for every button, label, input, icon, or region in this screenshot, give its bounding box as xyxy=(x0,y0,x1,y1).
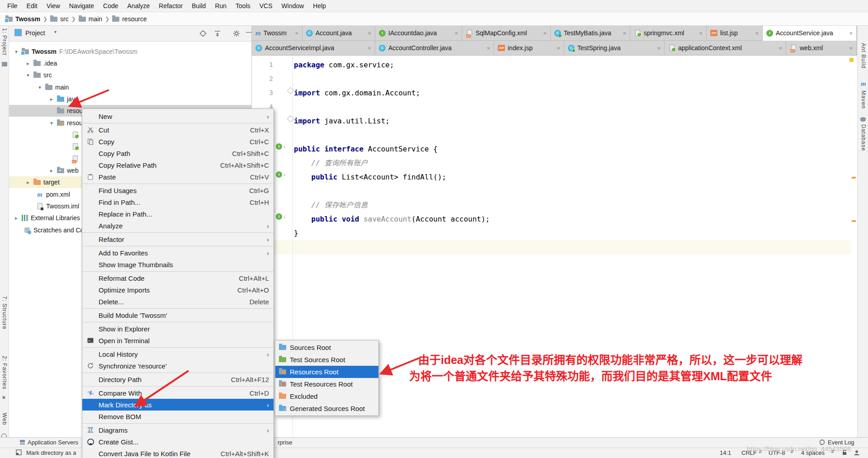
implemented-marker-icon[interactable]: I xyxy=(276,143,282,150)
close-icon[interactable]: × xyxy=(623,30,626,37)
menu-file[interactable]: File xyxy=(3,0,22,12)
caret-position-widget[interactable]: 14:1 xyxy=(720,449,731,456)
menu-tools[interactable]: Tools xyxy=(231,0,255,12)
menu-help[interactable]: Help xyxy=(308,0,330,12)
breadcrumb-src[interactable]: src xyxy=(60,15,69,23)
menu-item-new[interactable]: New› xyxy=(82,110,274,122)
close-icon[interactable]: × xyxy=(295,30,298,37)
toolwindow-ant-build-button[interactable]: Ant Build xyxy=(860,43,867,69)
close-icon[interactable]: × xyxy=(699,30,703,37)
menu-item-replace-in-path[interactable]: Replace in Path... xyxy=(82,208,274,220)
close-icon[interactable]: × xyxy=(368,30,371,37)
toolwindow-maven-button[interactable]: Maven xyxy=(860,90,867,109)
menu-view[interactable]: View xyxy=(42,0,65,12)
submenu-item-test-sources-root[interactable]: Test Sources Root xyxy=(275,354,378,366)
tree-row-main[interactable]: ▾ main xyxy=(9,81,251,93)
tab-accountserviceimpl-java[interactable]: CAccountServiceImpl.java× xyxy=(252,41,375,56)
close-icon[interactable]: × xyxy=(657,45,660,52)
database-icon[interactable] xyxy=(860,117,866,122)
submenu-item-generated-sources-root[interactable]: Generated Sources Root xyxy=(275,402,378,415)
application-servers-button[interactable]: Application Servers xyxy=(19,439,78,446)
toolbutton-fragment[interactable]: rprise xyxy=(278,439,292,446)
menu-refactor[interactable]: Refactor xyxy=(154,0,187,12)
menu-item-build-module[interactable]: Build Module 'Twossm' xyxy=(82,309,274,321)
tree-row-java[interactable]: ▸ java xyxy=(9,93,251,105)
tab-accountservice-java-active[interactable]: IAccountService.java× xyxy=(763,26,857,41)
chevron-collapsed-icon[interactable]: ▸ xyxy=(49,96,54,102)
submenu-item-sources-root[interactable]: Sources Root xyxy=(275,341,378,354)
toolwindow-web-button[interactable]: Web xyxy=(1,413,8,425)
close-icon[interactable]: × xyxy=(755,30,759,37)
menu-item-show-image-thumbnails[interactable]: Show Image Thumbnails xyxy=(82,259,274,270)
toolwindow-project-button[interactable]: 1: Project xyxy=(1,28,8,56)
menu-item-directory-path[interactable]: Directory PathCtrl+Alt+F12 xyxy=(82,373,274,385)
breadcrumb-project[interactable]: Twossm xyxy=(15,15,40,23)
menu-item-diagrams[interactable]: Diagrams› xyxy=(82,424,274,436)
menu-item-find-usages[interactable]: Find UsagesCtrl+G xyxy=(82,184,274,196)
chevron-collapsed-icon[interactable]: ▸ xyxy=(14,215,19,221)
menu-item-mark-directory-as[interactable]: Mark Directory as› xyxy=(82,399,274,411)
chevron-expanded-icon[interactable]: ▾ xyxy=(14,49,19,55)
settings-gear-icon[interactable] xyxy=(231,28,241,38)
tab-list-jsp[interactable]: JSPlist.jsp× xyxy=(707,26,763,41)
menu-item-find-in-path[interactable]: Find in Path...Ctrl+H xyxy=(82,196,274,208)
chevron-expanded-icon[interactable]: ▾ xyxy=(49,120,54,126)
tab-sqlmapconfig-xml[interactable]: SqlMapConfig.xml× xyxy=(462,26,551,41)
menu-item-analyze[interactable]: Analyze› xyxy=(82,220,274,231)
tab-springmvc-xml[interactable]: springmvc.xml× xyxy=(630,26,707,41)
menu-item-copy[interactable]: CopyCtrl+C xyxy=(82,136,274,147)
close-icon[interactable]: × xyxy=(778,45,782,52)
menu-build[interactable]: Build xyxy=(187,0,210,12)
inspection-status-square[interactable] xyxy=(849,58,854,62)
tab-web-xml[interactable]: web.xml× xyxy=(786,41,857,56)
menu-run[interactable]: Run xyxy=(210,0,231,12)
menu-item-local-history[interactable]: Local History› xyxy=(82,348,274,360)
menu-item-remove-bom[interactable]: Remove BOM xyxy=(82,411,274,422)
tab-applicationcontext-xml[interactable]: applicationContext.xml× xyxy=(665,41,786,56)
menu-item-paste[interactable]: PasteCtrl+V xyxy=(82,171,274,183)
implemented-marker-icon[interactable]: I xyxy=(276,213,282,220)
close-icon[interactable]: × xyxy=(557,45,560,52)
menu-edit[interactable]: Edit xyxy=(22,0,42,12)
menu-item-add-to-favorites[interactable]: Add to Favorites› xyxy=(82,247,274,259)
breadcrumb-resource[interactable]: resource xyxy=(122,15,146,23)
toolwindow-database-button[interactable]: Database xyxy=(860,124,867,151)
tab-accountcontroller-java[interactable]: CAccountController.java× xyxy=(375,41,494,56)
menu-item-show-in-explorer[interactable]: Show in Explorer xyxy=(82,323,274,335)
menu-item-copy-path[interactable]: Copy PathCtrl+Shift+C xyxy=(82,147,274,159)
chevron-expanded-icon[interactable]: ▾ xyxy=(25,72,31,78)
menu-item-delete[interactable]: Delete...Delete xyxy=(82,296,274,307)
project-view-selector[interactable]: Project xyxy=(25,29,45,37)
tree-row-idea[interactable]: ▸ .idea xyxy=(9,57,251,69)
menu-item-convert-to-kotlin[interactable]: Convert Java File to Kotlin FileCtrl+Alt… xyxy=(82,448,274,458)
tab-index-jsp[interactable]: JSPindex.jsp× xyxy=(494,41,564,56)
submenu-item-excluded[interactable]: Excluded xyxy=(275,390,378,402)
toolwindow-structure-button[interactable]: 7: Structure xyxy=(1,296,8,330)
menu-item-reformat-code[interactable]: Reformat CodeCtrl+Alt+L xyxy=(82,272,274,284)
menu-item-open-in-terminal[interactable]: >_Open in Terminal xyxy=(82,335,274,346)
close-icon[interactable]: × xyxy=(849,45,853,52)
hide-panel-icon[interactable]: — xyxy=(246,28,252,35)
submenu-item-test-resources-root[interactable]: Test Resources Root xyxy=(275,378,378,390)
menu-analyze[interactable]: Analyze xyxy=(123,0,155,12)
menu-vcs[interactable]: VCS xyxy=(255,0,277,12)
implemented-marker-icon[interactable]: I xyxy=(276,171,282,178)
close-icon[interactable]: × xyxy=(454,30,458,37)
tab-iaccountdao-java[interactable]: IIAccountdao.java× xyxy=(375,26,462,41)
toolwindow-favorites-button[interactable]: 2: Favorites xyxy=(1,356,8,390)
maven-icon[interactable]: m xyxy=(861,80,866,88)
tree-row-src[interactable]: ▾ src xyxy=(9,69,251,81)
close-icon[interactable]: × xyxy=(849,30,853,37)
submenu-item-resources-root[interactable]: Resources Root xyxy=(275,366,378,378)
menu-item-compare-with[interactable]: Compare WithCtrl+D xyxy=(82,387,274,399)
locate-file-icon[interactable] xyxy=(198,28,208,38)
close-icon[interactable]: × xyxy=(543,30,547,37)
close-icon[interactable]: × xyxy=(368,45,371,52)
menu-item-optimize-imports[interactable]: Optimize ImportsCtrl+Alt+O xyxy=(82,284,274,296)
breadcrumb-main[interactable]: main xyxy=(89,15,102,23)
tab-account-java[interactable]: CAccount.java× xyxy=(302,26,375,41)
tab-twossm[interactable]: mTwossm× xyxy=(252,26,302,41)
tab-testmybatis-java[interactable]: CTestMyBatis.java× xyxy=(551,26,630,41)
menu-item-refactor[interactable]: Refactor› xyxy=(82,233,274,245)
chevron-collapsed-icon[interactable]: ▸ xyxy=(25,179,31,185)
